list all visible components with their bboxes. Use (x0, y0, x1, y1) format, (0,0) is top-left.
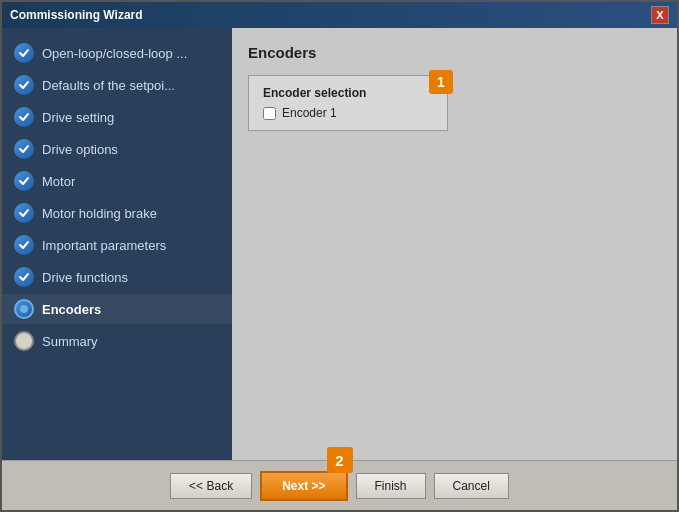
panel-title: Encoders (248, 44, 661, 61)
check-icon (14, 139, 34, 159)
commissioning-wizard-window: Commissioning Wizard X Open-loop/closed-… (0, 0, 679, 512)
close-button[interactable]: X (651, 6, 669, 24)
step2-badge: 2 (327, 447, 353, 473)
sidebar-item-drive-options[interactable]: Drive options (2, 134, 232, 164)
main-content: Open-loop/closed-loop ... Defaults of th… (2, 28, 677, 460)
sidebar-label: Drive functions (42, 270, 128, 285)
sidebar-item-drive-setting[interactable]: Drive setting (2, 102, 232, 132)
sidebar-label: Open-loop/closed-loop ... (42, 46, 187, 61)
title-bar: Commissioning Wizard X (2, 2, 677, 28)
encoder1-row: Encoder 1 (263, 106, 433, 120)
sidebar-item-drive-functions[interactable]: Drive functions (2, 262, 232, 292)
encoder1-label[interactable]: Encoder 1 (282, 106, 337, 120)
sidebar-item-summary[interactable]: Summary (2, 326, 232, 356)
sidebar: Open-loop/closed-loop ... Defaults of th… (2, 28, 232, 460)
encoder1-checkbox[interactable] (263, 107, 276, 120)
empty-circle-icon (14, 331, 34, 351)
sidebar-label: Motor (42, 174, 75, 189)
sidebar-label: Encoders (42, 302, 101, 317)
sidebar-item-motor[interactable]: Motor (2, 166, 232, 196)
sidebar-item-defaults[interactable]: Defaults of the setpoi... (2, 70, 232, 100)
check-icon (14, 203, 34, 223)
sidebar-item-encoders[interactable]: Encoders (2, 294, 232, 324)
window-title: Commissioning Wizard (10, 8, 143, 22)
right-panel: Encoders Encoder selection Encoder 1 1 (232, 28, 677, 460)
check-icon (14, 171, 34, 191)
check-icon (14, 43, 34, 63)
step1-badge: 1 (429, 70, 453, 94)
sidebar-label: Drive options (42, 142, 118, 157)
next-button[interactable]: Next >> (260, 471, 347, 501)
sidebar-item-motor-holding-brake[interactable]: Motor holding brake (2, 198, 232, 228)
check-icon (14, 235, 34, 255)
encoder-section-title: Encoder selection (263, 86, 433, 100)
cancel-button[interactable]: Cancel (434, 473, 509, 499)
sidebar-label: Summary (42, 334, 98, 349)
check-icon (14, 267, 34, 287)
encoder-selection-box: Encoder selection Encoder 1 1 (248, 75, 448, 131)
back-button[interactable]: << Back (170, 473, 252, 499)
current-circle-icon (14, 299, 34, 319)
finish-button[interactable]: Finish (356, 473, 426, 499)
sidebar-item-open-loop[interactable]: Open-loop/closed-loop ... (2, 38, 232, 68)
sidebar-label: Motor holding brake (42, 206, 157, 221)
sidebar-label: Defaults of the setpoi... (42, 78, 175, 93)
sidebar-label: Important parameters (42, 238, 166, 253)
footer: 2 << Back Next >> Finish Cancel (2, 460, 677, 510)
check-icon (14, 107, 34, 127)
sidebar-item-important-params[interactable]: Important parameters (2, 230, 232, 260)
check-icon (14, 75, 34, 95)
sidebar-label: Drive setting (42, 110, 114, 125)
